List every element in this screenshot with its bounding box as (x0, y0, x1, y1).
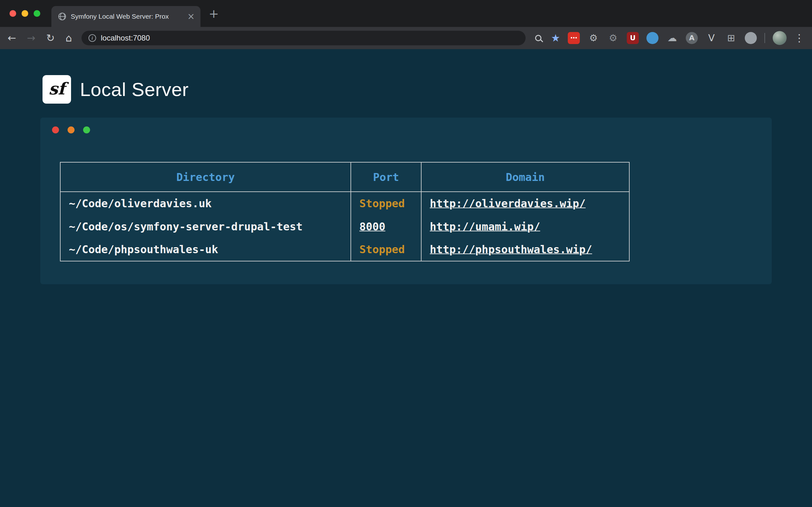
extension-icon-github[interactable] (745, 32, 757, 44)
extension-icon-red-dots[interactable]: ⋯ (568, 32, 580, 44)
terminal-panel: Directory Port Domain ~/Code/oliverdavie… (40, 118, 772, 284)
column-header-port: Port (351, 162, 421, 192)
back-icon[interactable]: ← (8, 32, 16, 44)
directory-cell: ~/Code/phpsouthwales-uk (60, 238, 351, 261)
forward-icon: → (27, 32, 36, 44)
directory-cell: ~/Code/oliverdavies.uk (60, 192, 351, 215)
extension-icon-gear[interactable]: ⚙ (588, 32, 600, 44)
new-tab-button[interactable]: + (209, 8, 219, 20)
tab-strip: Symfony Local Web Server: Prox × + (0, 0, 812, 27)
table-row: ~/Code/oliverdavies.uk Stopped http://ol… (60, 192, 629, 215)
extension-icon-letter-v[interactable]: V (705, 32, 717, 44)
browser-toolbar: ← → ↻ ⌂ i localhost:7080 ★ ⋯⚙⚙U☁AV⊞ ⋮ (0, 27, 812, 49)
terminal-dot-green (83, 126, 90, 133)
terminal-dot-red (52, 126, 59, 133)
domain-link[interactable]: http://phpsouthwales.wip/ (430, 243, 592, 256)
port-status: Stopped (359, 243, 405, 256)
minimize-window-button[interactable] (21, 10, 28, 17)
domain-link[interactable]: http://oliverdavies.wip/ (430, 197, 586, 210)
page-title: Local Server (80, 78, 189, 101)
zoom-window-button[interactable] (34, 10, 40, 17)
table-row: ~/Code/os/symfony-server-drupal-test 800… (60, 215, 629, 238)
column-header-directory: Directory (60, 162, 351, 192)
browser-menu-icon[interactable]: ⋮ (794, 33, 804, 43)
bookmark-star-icon[interactable]: ★ (551, 33, 560, 43)
table-header-row: Directory Port Domain (60, 162, 629, 192)
extension-icon-cloud[interactable]: ☁ (666, 32, 678, 44)
table-row: ~/Code/phpsouthwales-uk Stopped http://p… (60, 238, 629, 261)
zoom-icon[interactable] (535, 35, 542, 41)
port-link[interactable]: 8000 (359, 220, 386, 233)
tab-close-icon[interactable]: × (188, 12, 195, 21)
symfony-logo: sf (43, 75, 71, 104)
window-controls (9, 10, 40, 17)
column-header-domain: Domain (421, 162, 629, 192)
symfony-logo-glyph: sf (49, 79, 65, 100)
close-window-button[interactable] (9, 10, 16, 17)
page-content: sf Local Server Directory Port Domain ~/… (0, 49, 812, 507)
terminal-window-dots (40, 118, 772, 133)
reload-icon[interactable]: ↻ (46, 32, 55, 44)
terminal-dot-orange (67, 126, 74, 133)
url-text[interactable]: localhost:7080 (101, 34, 150, 43)
extension-icon-blue-disc[interactable] (647, 32, 658, 44)
extensions-bar: ⋯⚙⚙U☁AV⊞ (568, 32, 757, 44)
url-bar[interactable]: i localhost:7080 (82, 31, 526, 45)
home-icon[interactable]: ⌂ (65, 32, 72, 44)
port-status: Stopped (359, 197, 405, 210)
extension-icon-ublock[interactable]: U (627, 32, 639, 44)
globe-favicon-icon (58, 13, 66, 20)
extension-icon-letter-a[interactable]: A (686, 32, 698, 44)
page-header: sf Local Server (0, 49, 812, 104)
directory-cell: ~/Code/os/symfony-server-drupal-test (60, 215, 351, 238)
domain-link[interactable]: http://umami.wip/ (430, 220, 540, 233)
toolbar-divider (764, 33, 765, 43)
browser-tab[interactable]: Symfony Local Web Server: Prox × (51, 6, 200, 27)
extension-icon-gear-dark[interactable]: ⚙ (607, 32, 619, 44)
site-info-icon[interactable]: i (89, 34, 96, 42)
profile-avatar[interactable] (773, 31, 786, 45)
tab-title: Symfony Local Web Server: Prox (71, 13, 183, 20)
server-table: Directory Port Domain ~/Code/oliverdavie… (60, 162, 629, 262)
extension-icon-grid[interactable]: ⊞ (725, 32, 737, 44)
